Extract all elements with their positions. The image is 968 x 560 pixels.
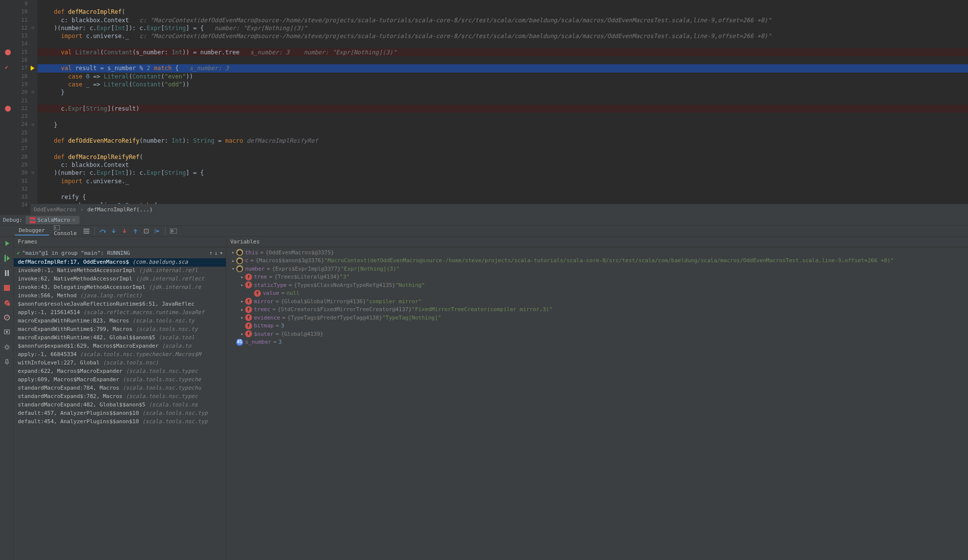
fold-gutter[interactable]: ⊟⊟⊟⊟⊟	[31, 0, 38, 215]
check-icon: ✔	[17, 250, 20, 256]
stack-frame[interactable]: withInfoLevel:227, Global (scala.tools.n…	[14, 359, 226, 367]
variable-row[interactable]: 01s_number = 3	[228, 338, 966, 347]
breadcrumb-item[interactable]: defMacroImplRef(...)	[87, 206, 153, 213]
stack-frame[interactable]: macroExpandWithRuntime:482, Global$$anon…	[14, 334, 226, 342]
step-out-button[interactable]	[130, 226, 140, 236]
rerun-button[interactable]	[2, 239, 12, 248]
field-icon: f	[245, 322, 252, 329]
fold-icon[interactable]: ⊟	[32, 170, 34, 175]
fold-icon[interactable]: ⊟	[32, 122, 34, 127]
svg-point-14	[5, 346, 8, 349]
breadcrumb-item[interactable]: OddEvenMacros	[34, 206, 76, 213]
stack-frame[interactable]: defMacroImplRef:17, OddEvenMacros$ (com.…	[14, 258, 226, 267]
fold-icon[interactable]: ⊟	[32, 89, 34, 94]
svg-point-13	[6, 331, 8, 333]
resume-button[interactable]	[2, 253, 12, 263]
variable-row[interactable]: ▸ftreec = {StdCreators$FixedMirrorTreeCr…	[228, 306, 966, 314]
code-area[interactable]: def defMacroImplRef( c: blackbox.Context…	[38, 0, 968, 215]
pause-button[interactable]	[2, 268, 12, 278]
expand-icon[interactable]: ▸	[230, 250, 236, 255]
variable-row[interactable]: ▾⬤number = {Exprs$ExprImpl@3377} "Expr[N…	[228, 265, 966, 273]
tab-console[interactable]: Console	[50, 224, 81, 238]
line-number-gutter: 9101112131415161718192021222324252627282…	[16, 0, 31, 215]
expand-icon[interactable]: ▸	[239, 315, 245, 320]
expand-icon[interactable]: ▸	[239, 275, 245, 280]
drop-frame-button[interactable]	[141, 226, 151, 236]
stack-frame[interactable]: apply:-1, 215614514 (scala.reflect.macro…	[14, 309, 226, 317]
stack-frame[interactable]: expand:622, Macros$MacroExpander (scala.…	[14, 367, 226, 376]
get-thread-dump-button[interactable]	[2, 327, 12, 337]
debug-body: Frames ✔ "main"@1 in group "main": RUNNI…	[14, 237, 968, 560]
obj-icon: ⬤	[236, 257, 243, 264]
pin-button[interactable]	[2, 357, 12, 367]
force-step-into-button[interactable]	[120, 226, 129, 236]
settings-button[interactable]	[2, 342, 12, 352]
variable-row[interactable]: ▸f$outer = {Global@4139}	[228, 330, 966, 338]
stack-frame[interactable]: macroExpandWithRuntime$:799, Macros (sca…	[14, 325, 226, 334]
expand-icon[interactable]: ▸	[230, 258, 236, 263]
expand-icon[interactable]: ▸	[239, 307, 245, 312]
step-into-button[interactable]	[109, 226, 119, 236]
breadcrumb[interactable]: OddEvenMacros › defMacroImplRef(...)	[31, 204, 968, 215]
evaluate-expression-button[interactable]	[168, 226, 178, 236]
variable-row[interactable]: ▸fmirror = {Global$GlobalMirror@4136} "c…	[228, 297, 966, 306]
field-icon: f	[254, 290, 261, 297]
variable-row[interactable]: ▸fstaticType = {Types$ClassNoArgsTypeRef…	[228, 281, 966, 289]
stack-frame[interactable]: invoke:43, DelegatingMethodAccessorImpl …	[14, 283, 226, 292]
debug-title: Debug:	[3, 217, 23, 223]
stack-frame[interactable]: standardMacroExpand$:782, Macros (scala.…	[14, 393, 226, 401]
debug-left-toolbar	[0, 237, 14, 560]
frame-list[interactable]: defMacroImplRef:17, OddEvenMacros$ (com.…	[14, 258, 226, 560]
variables-header: Variables	[226, 237, 968, 247]
breakpoint-icon[interactable]	[5, 106, 11, 112]
stack-frame[interactable]: $anonfun$resolveJavaReflectionRuntime$6:…	[14, 300, 226, 309]
variable-row[interactable]: fbitmap = 3	[228, 322, 966, 330]
expand-icon[interactable]: ▸	[239, 331, 245, 336]
variable-row[interactable]: ▸⬤c = {Macros$$anon$3@3376} "MacroContex…	[228, 257, 966, 265]
stack-frame[interactable]: invoke:566, Method (java.lang.reflect)	[14, 292, 226, 300]
stack-frame[interactable]: standardMacroExpand:784, Macros (scala.t…	[14, 384, 226, 393]
variable-row[interactable]: ▸ftree = {Trees$Literal@4134} "3"	[228, 273, 966, 281]
expand-icon[interactable]: ▾	[230, 266, 236, 271]
fold-icon[interactable]: ⊟	[32, 25, 34, 30]
field-icon: f	[245, 281, 252, 288]
variable-row[interactable]: fvalue = null	[228, 289, 966, 298]
stack-frame[interactable]: standardMacroExpand:482, Global$$anon$5 …	[14, 401, 226, 409]
view-breakpoints-button[interactable]	[2, 298, 12, 308]
run-to-cursor-button[interactable]	[152, 226, 162, 236]
stack-frame[interactable]: invoke:62, NativeMethodAccessorImpl (jdk…	[14, 275, 226, 283]
breakpoint-gutter[interactable]	[0, 0, 16, 215]
tab-debugger[interactable]: Debugger	[15, 226, 49, 236]
run-config-tab[interactable]: ScalaMacro ×	[26, 216, 80, 224]
expand-icon[interactable]: ▸	[239, 299, 245, 304]
thread-selector[interactable]: ✔ "main"@1 in group "main": RUNNING ↑ ↓ …	[14, 247, 226, 258]
frames-panel: Frames ✔ "main"@1 in group "main": RUNNI…	[14, 237, 226, 560]
stack-frame[interactable]: default:454, AnalyzerPlugins$$anon$10 (s…	[14, 418, 226, 426]
step-over-button[interactable]	[98, 226, 108, 236]
stack-frame[interactable]: apply:-1, 66845334 (scala.tools.nsc.type…	[14, 351, 226, 359]
next-frame-button[interactable]: ↓	[214, 250, 218, 256]
prev-frame-button[interactable]: ↑	[209, 250, 212, 256]
field-icon: f	[245, 306, 252, 313]
stack-frame[interactable]: apply:609, Macros$MacroExpander (scala.t…	[14, 376, 226, 384]
svg-rect-0	[30, 217, 36, 219]
threads-icon[interactable]	[82, 226, 91, 236]
mute-breakpoints-button[interactable]	[2, 313, 12, 322]
stack-frame[interactable]: default:457, AnalyzerPlugins$$anon$10 (s…	[14, 409, 226, 418]
scala-icon	[30, 217, 36, 223]
variables-tree[interactable]: ▸⬤this = {OddEvenMacros$@3375}▸⬤c = {Mac…	[226, 247, 968, 560]
svg-rect-5	[4, 255, 6, 262]
code-editor[interactable]: 9101112131415161718192021222324252627282…	[0, 0, 968, 215]
stack-frame[interactable]: $anonfun$expand$1:629, Macros$MacroExpan…	[14, 342, 226, 351]
stop-button[interactable]	[2, 283, 12, 293]
variable-row[interactable]: ▸⬤this = {OddEvenMacros$@3375}	[228, 248, 966, 257]
expand-icon[interactable]: ▸	[239, 282, 245, 287]
breakpoint-icon[interactable]	[5, 49, 11, 55]
filter-frames-button[interactable]: ▾	[219, 250, 223, 256]
stack-frame[interactable]: macroExpandWithRuntime:823, Macros (scal…	[14, 317, 226, 325]
stack-frame[interactable]: invoke0:-1, NativeMethodAccessorImpl (jd…	[14, 267, 226, 275]
svg-rect-6	[5, 270, 6, 276]
close-icon[interactable]: ×	[72, 217, 76, 223]
variable-row[interactable]: ▸fevidence = {TypeTags$PredefTypeTag@413…	[228, 314, 966, 322]
breakpoint-icon[interactable]	[5, 65, 11, 71]
